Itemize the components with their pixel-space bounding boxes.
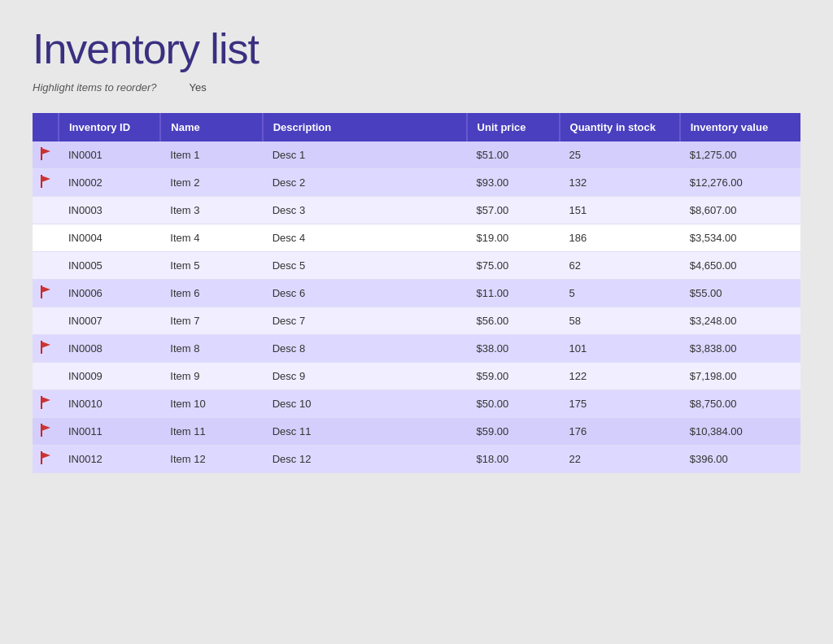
cell-name: Item 8 bbox=[160, 335, 262, 363]
table-row: IN0001Item 1Desc 1$51.0025$1,275.00 bbox=[33, 141, 800, 169]
cell-desc: Desc 10 bbox=[263, 390, 467, 418]
col-header-qty: Quantity in stock bbox=[560, 113, 680, 141]
cell-value: $3,534.00 bbox=[680, 224, 800, 252]
cell-qty: 186 bbox=[560, 224, 680, 252]
cell-qty: 22 bbox=[560, 446, 680, 473]
table-row: IN0011Item 11Desc 11$59.00176$10,384.00 bbox=[33, 418, 800, 446]
cell-desc: Desc 11 bbox=[263, 418, 467, 446]
cell-desc: Desc 12 bbox=[263, 446, 467, 473]
flag-icon bbox=[40, 455, 51, 467]
flag-cell bbox=[33, 169, 59, 197]
svg-marker-11 bbox=[41, 424, 50, 431]
col-header-value: Inventory value bbox=[680, 113, 800, 141]
cell-price: $51.00 bbox=[467, 141, 560, 169]
cell-value: $4,650.00 bbox=[680, 252, 800, 280]
flag-cell bbox=[33, 252, 59, 280]
cell-id: IN0005 bbox=[59, 252, 160, 280]
cell-name: Item 1 bbox=[160, 141, 262, 169]
cell-id: IN0004 bbox=[59, 224, 160, 252]
table-row: IN0006Item 6Desc 6$11.005$55.00 bbox=[33, 280, 800, 307]
col-header-flag bbox=[33, 113, 59, 141]
cell-value: $7,198.00 bbox=[680, 363, 800, 390]
flag-cell bbox=[33, 363, 59, 390]
cell-value: $1,275.00 bbox=[680, 141, 800, 169]
cell-name: Item 5 bbox=[160, 252, 262, 280]
cell-id: IN0009 bbox=[59, 363, 160, 390]
flag-cell bbox=[33, 141, 59, 169]
cell-desc: Desc 1 bbox=[263, 141, 467, 169]
table-row: IN0009Item 9Desc 9$59.00122$7,198.00 bbox=[33, 363, 800, 390]
cell-name: Item 12 bbox=[160, 446, 262, 473]
cell-qty: 175 bbox=[560, 390, 680, 418]
flag-cell bbox=[33, 197, 59, 224]
flag-icon bbox=[40, 344, 51, 356]
cell-desc: Desc 3 bbox=[263, 197, 467, 224]
cell-price: $18.00 bbox=[467, 446, 560, 473]
cell-id: IN0006 bbox=[59, 280, 160, 307]
cell-qty: 58 bbox=[560, 307, 680, 335]
table-row: IN0010Item 10Desc 10$50.00175$8,750.00 bbox=[33, 390, 800, 418]
cell-id: IN0007 bbox=[59, 307, 160, 335]
cell-value: $55.00 bbox=[680, 280, 800, 307]
table-row: IN0003Item 3Desc 3$57.00151$8,607.00 bbox=[33, 197, 800, 224]
svg-marker-3 bbox=[41, 176, 50, 182]
highlight-value: Yes bbox=[189, 81, 206, 94]
flag-icon bbox=[40, 427, 51, 439]
cell-value: $8,607.00 bbox=[680, 197, 800, 224]
cell-value: $3,838.00 bbox=[680, 335, 800, 363]
flag-icon bbox=[40, 150, 51, 163]
cell-desc: Desc 2 bbox=[263, 169, 467, 197]
inventory-table: Inventory ID Name Description Unit price… bbox=[33, 113, 800, 473]
table-row: IN0004Item 4Desc 4$19.00186$3,534.00 bbox=[33, 224, 800, 252]
table-row: IN0012Item 12Desc 12$18.0022$396.00 bbox=[33, 446, 800, 473]
cell-name: Item 9 bbox=[160, 363, 262, 390]
cell-price: $75.00 bbox=[467, 252, 560, 280]
cell-name: Item 4 bbox=[160, 224, 262, 252]
svg-marker-9 bbox=[41, 397, 50, 403]
flag-cell bbox=[33, 224, 59, 252]
cell-qty: 101 bbox=[560, 335, 680, 363]
cell-price: $59.00 bbox=[467, 363, 560, 390]
flag-cell bbox=[33, 446, 59, 473]
cell-id: IN0008 bbox=[59, 335, 160, 363]
cell-desc: Desc 7 bbox=[263, 307, 467, 335]
flag-cell bbox=[33, 280, 59, 307]
cell-id: IN0012 bbox=[59, 446, 160, 473]
flag-icon bbox=[40, 289, 51, 301]
cell-qty: 5 bbox=[560, 280, 680, 307]
cell-desc: Desc 4 bbox=[263, 224, 467, 252]
table-row: IN0008Item 8Desc 8$38.00101$3,838.00 bbox=[33, 335, 800, 363]
cell-price: $38.00 bbox=[467, 335, 560, 363]
cell-value: $10,384.00 bbox=[680, 418, 800, 446]
cell-value: $3,248.00 bbox=[680, 307, 800, 335]
cell-qty: 151 bbox=[560, 197, 680, 224]
cell-price: $50.00 bbox=[467, 390, 560, 418]
cell-price: $19.00 bbox=[467, 224, 560, 252]
col-header-price: Unit price bbox=[467, 113, 560, 141]
cell-name: Item 6 bbox=[160, 280, 262, 307]
cell-name: Item 2 bbox=[160, 169, 262, 197]
cell-id: IN0002 bbox=[59, 169, 160, 197]
table-header-row: Inventory ID Name Description Unit price… bbox=[33, 113, 800, 141]
col-header-id: Inventory ID bbox=[59, 113, 160, 141]
cell-desc: Desc 9 bbox=[263, 363, 467, 390]
table-row: IN0002Item 2Desc 2$93.00132$12,276.00 bbox=[33, 169, 800, 197]
cell-qty: 62 bbox=[560, 252, 680, 280]
cell-name: Item 7 bbox=[160, 307, 262, 335]
svg-marker-1 bbox=[41, 148, 50, 154]
cell-name: Item 3 bbox=[160, 197, 262, 224]
svg-marker-7 bbox=[41, 342, 50, 348]
cell-desc: Desc 5 bbox=[263, 252, 467, 280]
cell-name: Item 11 bbox=[160, 418, 262, 446]
svg-marker-13 bbox=[41, 452, 50, 459]
cell-qty: 122 bbox=[560, 363, 680, 390]
cell-price: $56.00 bbox=[467, 307, 560, 335]
cell-id: IN0001 bbox=[59, 141, 160, 169]
cell-value: $8,750.00 bbox=[680, 390, 800, 418]
highlight-label: Highlight items to reorder? bbox=[33, 81, 156, 94]
cell-desc: Desc 8 bbox=[263, 335, 467, 363]
cell-price: $11.00 bbox=[467, 280, 560, 307]
cell-price: $59.00 bbox=[467, 418, 560, 446]
cell-desc: Desc 6 bbox=[263, 280, 467, 307]
page-title: Inventory list bbox=[33, 24, 800, 73]
